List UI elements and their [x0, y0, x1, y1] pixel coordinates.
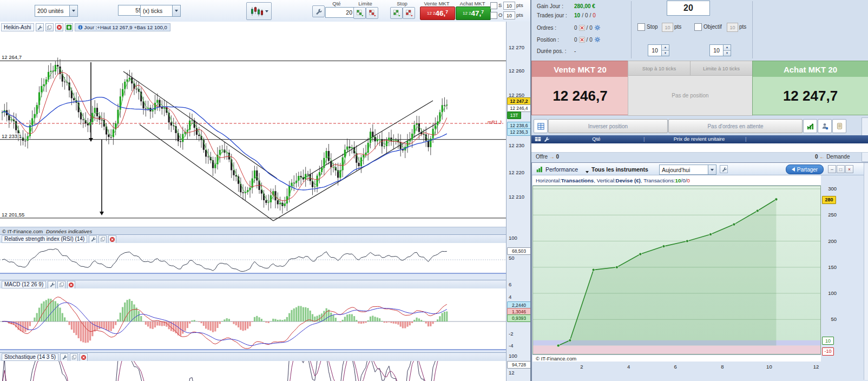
gear-icon[interactable] [594, 36, 601, 43]
pivot-level-label: mR1 J [488, 120, 502, 125]
wrench-icon[interactable] [48, 281, 56, 289]
objectif-pts-input[interactable]: 10 [727, 23, 738, 32]
wrench-icon[interactable] [60, 353, 68, 362]
move-up-icon[interactable] [65, 23, 73, 31]
stochastic-chart[interactable] [0, 361, 506, 381]
vente-mkt-button[interactable]: 12 246,7 [420, 6, 455, 20]
cancel-orders-icon[interactable] [579, 25, 585, 31]
pas-dordres-button[interactable]: Pas d'ordres en attente [668, 119, 803, 133]
minimize-button[interactable]: – [828, 165, 836, 173]
chart-type-button[interactable] [246, 2, 272, 20]
rsi-chart[interactable] [0, 243, 506, 280]
order-log-button[interactable] [832, 119, 846, 133]
ladder-view-button[interactable] [534, 119, 548, 133]
o-checkbox[interactable] [490, 12, 497, 19]
units-select[interactable]: 200 unités [35, 5, 78, 17]
position-count-2: 0 [589, 37, 593, 43]
performance-chart[interactable] [532, 186, 821, 354]
duplicate-icon[interactable] [70, 353, 78, 362]
filter-chevron-icon[interactable] [586, 168, 589, 174]
macd-chart[interactable] [0, 288, 506, 352]
performance-x-tick: 12 [811, 364, 821, 370]
account-button[interactable] [818, 119, 832, 133]
wrench-icon[interactable] [543, 136, 549, 143]
restore-button[interactable]: □ [837, 165, 845, 173]
stepper-arrows[interactable]: ▲▼ [723, 45, 731, 56]
stepper-arrows[interactable]: ▲▼ [661, 45, 669, 56]
achat-mkt-button[interactable]: 12 247,7 [456, 6, 491, 20]
limite-ticks-header[interactable]: Limite à 10 ticks [690, 61, 753, 76]
stop-sell-button[interactable] [403, 7, 415, 19]
performance-x-tick: 10 [764, 364, 774, 370]
s-checkbox[interactable] [490, 2, 497, 9]
qty-input[interactable]: 20 [325, 7, 356, 18]
performance-report-button[interactable] [803, 119, 817, 133]
axis-tick: 50 [509, 255, 515, 261]
performance-y-tick: 200 [823, 238, 837, 244]
achat-mkt-header[interactable]: Achat MKT 20 [752, 61, 868, 78]
close-position-icon[interactable] [579, 37, 585, 43]
person-icon [821, 122, 828, 130]
period-select[interactable]: Aujourd'hui [659, 165, 716, 175]
wrench-icon [89, 235, 97, 244]
duree-value: - [574, 48, 576, 54]
up-arrow-icon: ▲ [724, 45, 731, 51]
vente-mkt-label: Vente MKT [419, 1, 454, 6]
partager-button[interactable]: Partager [786, 165, 824, 174]
duplicate-icon[interactable] [98, 235, 107, 244]
period-type-value: (x) ticks [141, 8, 172, 14]
indicator-name[interactable]: Heikin-Ashi [1, 23, 34, 31]
column-pru[interactable]: Prix de revient unitaire [656, 136, 742, 142]
offre-label: Offre [536, 154, 548, 160]
close-icon[interactable] [55, 23, 63, 31]
inverser-position-button[interactable]: Inverser position [548, 119, 668, 133]
axis-tick: -4 [509, 343, 513, 349]
close-icon[interactable] [67, 281, 75, 289]
objectif-checkbox[interactable] [694, 23, 702, 31]
duplicate-icon[interactable] [45, 23, 54, 31]
column-qty[interactable]: Qté [564, 136, 629, 142]
o-pts-input[interactable]: 10 [503, 11, 515, 19]
performance-scrollbar[interactable] [864, 163, 868, 380]
chevron-down-icon[interactable] [708, 165, 716, 174]
performance-current-tag: 280 [822, 196, 836, 204]
performance-y-tick: 100 [823, 290, 837, 296]
horizontal-level-label: 12 233,1 [1, 133, 22, 139]
close-icon[interactable] [80, 353, 88, 362]
axis-tick: 12 210 [509, 194, 524, 200]
limite-sell-button[interactable] [366, 7, 378, 19]
order-quantity-input[interactable]: 20 [667, 1, 710, 16]
green-grid-icon [393, 9, 400, 17]
chevron-down-icon[interactable] [172, 5, 180, 16]
s-pts-input[interactable]: 10 [503, 2, 515, 10]
gear-icon[interactable] [594, 24, 601, 31]
stop-checkbox[interactable] [637, 23, 645, 31]
close-button[interactable]: × [845, 165, 853, 173]
stop-ticks-stepper[interactable]: 10 ▲▼ [648, 44, 669, 56]
price-axis[interactable]: 12 27012 26012 25012 23012 22012 2101005… [506, 22, 531, 381]
tab-performance[interactable]: Performance [545, 166, 578, 173]
trading-app: 200 unités 55 (x) ticks [0, 0, 868, 381]
stoch-title[interactable]: Stochastique (14 3 5) [2, 353, 58, 361]
close-icon[interactable] [108, 235, 116, 244]
rsi-title[interactable]: Relative strength index (RSI) (14) [2, 235, 87, 243]
settings-wrench-button[interactable] [312, 5, 325, 17]
stop-pts-input[interactable]: 10 [662, 23, 673, 32]
limite-buy-button[interactable] [353, 7, 366, 19]
wrench-icon[interactable] [720, 165, 728, 173]
achat-mkt-price[interactable]: 12 247,7 [752, 77, 868, 115]
main-price-chart[interactable] [0, 22, 506, 234]
axis-price-tag: 13T [507, 111, 521, 119]
vente-mkt-header[interactable]: Vente MKT 20 [531, 61, 629, 78]
limite-ticks-stepper[interactable]: 10 ▲▼ [709, 44, 731, 56]
instruments-filter[interactable]: Tous les instruments [591, 166, 648, 173]
wrench-icon[interactable] [36, 23, 44, 31]
duplicate-icon[interactable] [57, 281, 65, 289]
chevron-down-icon[interactable] [69, 5, 77, 16]
vente-mkt-price[interactable]: 12 246,7 [531, 77, 629, 115]
position-row: Position : 0 / 0 [537, 36, 601, 43]
stop-ticks-header[interactable]: Stop à 10 ticks [628, 61, 691, 76]
period-type-select[interactable]: (x) ticks [140, 5, 181, 17]
macd-title[interactable]: MACD (12 26 9) [2, 281, 46, 288]
stop-buy-button[interactable] [390, 7, 403, 19]
